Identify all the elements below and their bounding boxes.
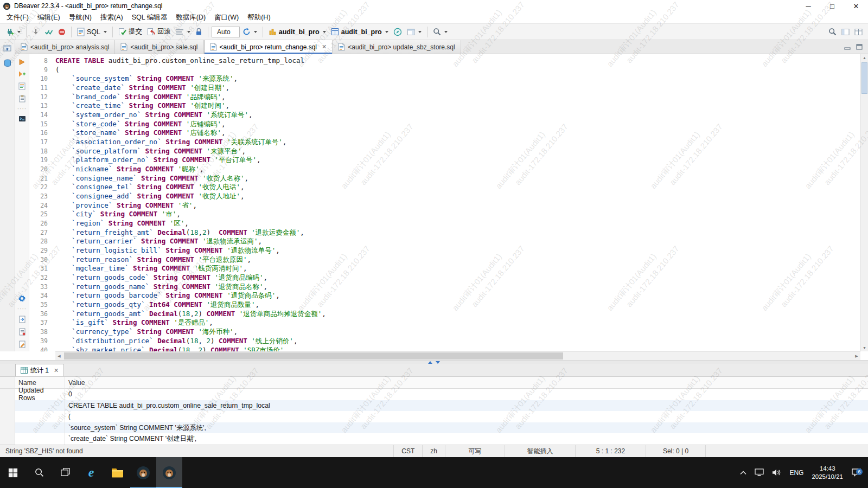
navigate-object-button[interactable] <box>391 26 404 38</box>
save-as-icon[interactable] <box>19 328 25 336</box>
export-script-icon[interactable] <box>19 316 25 323</box>
panel-sash[interactable] <box>0 360 868 364</box>
code-line[interactable]: 36 `return_goods_amt` Decimal(18,2) COMM… <box>29 310 860 319</box>
panel-layout-button[interactable] <box>405 27 424 37</box>
transaction-log-button[interactable] <box>174 27 193 37</box>
rollback-button[interactable]: 回滚 <box>145 25 173 38</box>
table-row[interactable]: Updated Rows 0 <box>0 389 868 400</box>
code-line[interactable]: 13 `create_time` String COMMENT '创建时间', <box>29 101 860 111</box>
code-line[interactable]: 29 `return_logistic_bill` String COMMENT… <box>29 246 860 255</box>
scroll-left-icon[interactable]: ◀ <box>55 352 63 360</box>
status-cursor-position[interactable]: 5 : 1 : 232 <box>575 445 646 457</box>
scroll-right-icon[interactable]: ▶ <box>853 352 860 360</box>
open-perspective-button[interactable] <box>839 27 852 37</box>
code-line[interactable]: 34 `return_goods_barcode` String COMMENT… <box>29 291 860 300</box>
schema-selector[interactable]: audit_bi_pro <box>329 26 391 37</box>
column-header-value[interactable]: Value <box>65 377 868 388</box>
code-line[interactable]: 17 `association_order_no` String COMMENT… <box>29 138 860 147</box>
code-line[interactable]: 38 `currency_type` String COMMENT '海外币种'… <box>29 328 860 337</box>
code-line[interactable]: 23 `consignee_add` String COMMENT '收货人地址… <box>29 192 860 201</box>
code-line[interactable]: 31 `mgclear_time` String COMMENT '钱货两清时间… <box>29 264 860 273</box>
menu-help[interactable]: 帮助(H) <box>243 12 275 23</box>
menu-file[interactable]: 文件(F) <box>2 12 33 23</box>
menu-navigate[interactable]: 导航(N) <box>65 12 96 23</box>
clock[interactable]: 14:43 2025/10/21 <box>812 465 843 481</box>
code-line[interactable]: 8CREATE TABLE audit_bi_pro.custom_online… <box>29 56 860 66</box>
sash-down-icon[interactable] <box>436 361 440 364</box>
scroll-up-icon[interactable]: ▲ <box>861 54 868 61</box>
maximize-panel-icon[interactable] <box>856 44 863 50</box>
new-connection-button[interactable] <box>3 26 23 38</box>
database-navigator-icon[interactable] <box>4 59 11 67</box>
database-selector[interactable]: audit_bi_pro <box>266 26 328 37</box>
minimize-panel-icon[interactable] <box>844 44 851 50</box>
tray-expand-icon[interactable] <box>740 471 746 475</box>
refresh-mode-select[interactable]: Auto <box>212 27 240 37</box>
code-line[interactable]: 15 `store_code` String COMMENT '店铺编码', <box>29 120 860 129</box>
tab-analysis-sql[interactable]: <audit_bi_pro> analysis.sql <box>15 40 115 54</box>
input-language-indicator[interactable]: ENG <box>789 469 803 477</box>
commit-button[interactable]: 提交 <box>116 25 144 38</box>
execute-statement-icon[interactable] <box>18 59 25 66</box>
close-icon[interactable]: ✕ <box>54 367 59 374</box>
menu-search[interactable]: 搜索(A) <box>96 12 127 23</box>
close-icon[interactable]: ✕ <box>844 0 868 12</box>
code-line[interactable]: 22 `consignee_tel` String COMMENT '收货人电话… <box>29 183 860 192</box>
code-line[interactable]: 19 `platform_order_no` String COMMENT '平… <box>29 156 860 165</box>
tab-sale-sql[interactable]: <audit_bi_pro> sale.sql <box>115 40 203 54</box>
sash-up-icon[interactable] <box>428 361 432 364</box>
code-line[interactable]: 20 `nickname` String COMMENT '昵称', <box>29 165 860 174</box>
edit-template-icon[interactable] <box>19 341 25 348</box>
refresh-button[interactable] <box>240 26 259 37</box>
gear-icon[interactable] <box>18 294 26 303</box>
code-line[interactable]: 21 `consignee_name` String COMMENT '收货人名… <box>29 174 860 183</box>
isolation-lock-button[interactable] <box>193 26 205 37</box>
disconnect-button[interactable] <box>56 27 68 37</box>
execute-new-tab-icon[interactable] <box>18 70 26 78</box>
code-line[interactable]: 33 `return_goods_name` String COMMENT '退… <box>29 282 860 292</box>
volume-icon[interactable] <box>772 468 781 477</box>
tab-statistics[interactable]: 统计 1 ✕ <box>15 364 64 376</box>
scroll-down-icon[interactable]: ▼ <box>861 344 868 351</box>
dbeaver-taskbar-icon[interactable] <box>130 457 156 488</box>
search-button[interactable] <box>431 26 450 37</box>
sql-console-icon[interactable] <box>18 115 26 122</box>
tab-return-change-sql[interactable]: <audit_bi_pro> return_change.sql ✕ <box>204 40 333 54</box>
maximize-icon[interactable]: □ <box>820 0 844 12</box>
editor-vertical-scrollbar[interactable]: ▲ ▼ <box>860 54 868 351</box>
table-row[interactable]: CREATE TABLE audit_bi_pro.custom_online_… <box>0 400 868 412</box>
horizontal-scroll-thumb[interactable] <box>64 352 563 359</box>
code-line[interactable]: 10 `source_system` String COMMENT '来源系统'… <box>29 74 860 84</box>
taskbar-search-button[interactable] <box>26 457 52 488</box>
tab-update-sbz-store-sql[interactable]: <audit_bi_pro> update_sbz_store.sql <box>333 40 461 54</box>
code-line[interactable]: 30 `return_reason` String COMMENT '平台退款原… <box>29 255 860 265</box>
restore-view-icon[interactable] <box>3 44 11 52</box>
start-button[interactable] <box>0 457 26 488</box>
code-line[interactable]: 9( <box>29 66 860 75</box>
network-icon[interactable] <box>755 468 764 477</box>
menu-edit[interactable]: 编辑(E) <box>33 12 65 23</box>
close-icon[interactable]: ✕ <box>322 43 327 50</box>
menu-window[interactable]: 窗口(W) <box>210 12 243 23</box>
code-line[interactable]: 32 `return_goods_code` String COMMENT '退… <box>29 273 860 282</box>
action-center-icon[interactable]: 6 <box>851 468 861 477</box>
execute-script-icon[interactable] <box>18 82 25 90</box>
explain-plan-icon[interactable] <box>19 95 25 102</box>
quick-search-button[interactable] <box>826 26 839 37</box>
code-line[interactable]: 35 `return_goods_qty` Int64 COMMENT '退货商… <box>29 300 860 310</box>
menu-database[interactable]: 数据库(D) <box>171 12 210 23</box>
code-line[interactable]: 39 `distribution_price` Decimal(18, 2) C… <box>29 337 860 346</box>
task-view-button[interactable] <box>52 457 78 488</box>
code-line[interactable]: 18 `source_platform` String COMMENT '来源平… <box>29 147 860 156</box>
table-row[interactable]: `source_system` String COMMENT '来源系统', <box>0 422 868 434</box>
editor-horizontal-scrollbar[interactable]: ◀ ▶ <box>55 351 860 360</box>
file-explorer-icon[interactable] <box>104 457 130 488</box>
code-line[interactable]: 16 `store_name` String COMMENT '店铺名称', <box>29 129 860 138</box>
dbeaver-taskbar-icon-active[interactable] <box>156 457 182 488</box>
code-line[interactable]: 12 `brand_code` String COMMENT '品牌编码', <box>29 93 860 102</box>
code-area[interactable]: 8CREATE TABLE audit_bi_pro.custom_online… <box>29 54 860 351</box>
menu-sql-editor[interactable]: SQL 编辑器 <box>127 12 172 23</box>
code-line[interactable]: 28 `return_carrier` String COMMENT '退款物流… <box>29 237 860 246</box>
code-line[interactable]: 11 `create_date` String COMMENT '创建日期', <box>29 84 860 93</box>
sql-editor-button[interactable]: SQL <box>75 26 109 38</box>
